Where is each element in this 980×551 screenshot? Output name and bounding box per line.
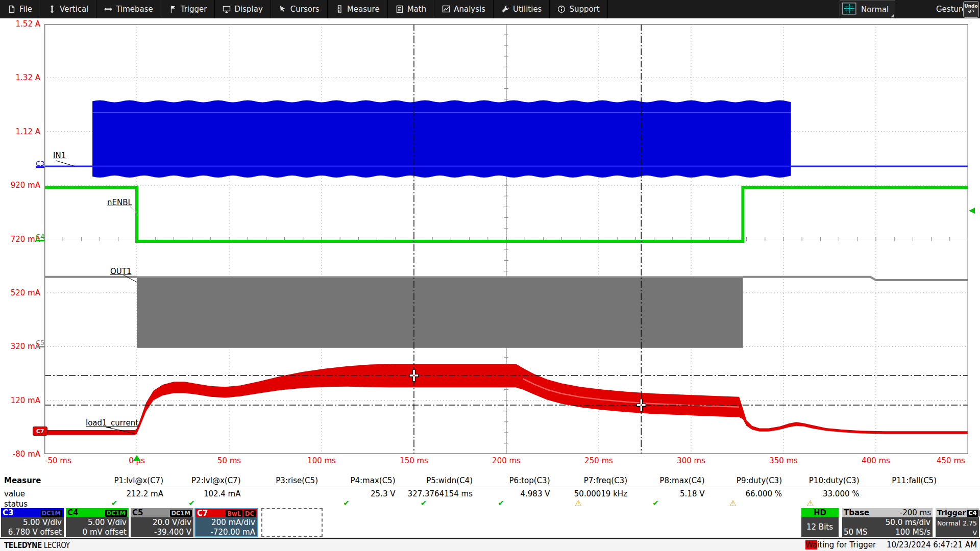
x-axis-label: 250 ms — [584, 456, 613, 465]
menu-item-math[interactable]: Math — [388, 0, 435, 18]
channel-offset: -39.400 V — [132, 528, 191, 537]
trigger-time-marker-icon[interactable] — [133, 455, 140, 461]
menu-item-label: Measure — [347, 5, 380, 14]
status-check-icon: ✔ — [76, 498, 153, 508]
menu-item-analysis[interactable]: Analysis — [434, 0, 494, 18]
channel-zero-dash-C3 — [36, 166, 44, 168]
menu-item-label: Utilities — [513, 5, 542, 14]
timebase-delay: -200 ms — [900, 508, 931, 517]
status-check-icon: ✔ — [153, 498, 231, 508]
y-axis-label: -80 mA — [0, 449, 40, 459]
channel-descriptor-C4[interactable]: C4DC1M5.00 V/div0 mV offset — [66, 508, 129, 537]
channel-descriptor-C3[interactable]: C3DC1M5.00 V/div6.780 V offset — [1, 508, 64, 537]
menu-items: FileVerticalTimebaseTriggerDisplayCursor… — [0, 0, 608, 18]
timebase-box[interactable]: Tbase -200 ms 50.0 ms/div 50 MS 100 MS/s — [842, 508, 933, 537]
file-icon — [8, 5, 16, 13]
analysis-icon — [442, 5, 450, 13]
channel-scale: 5.00 V/div — [3, 518, 62, 528]
channel-marker-C4[interactable]: C4 — [36, 233, 44, 240]
menu-item-file[interactable]: File — [0, 0, 40, 18]
vertical-icon — [48, 5, 56, 13]
timebase-rate: 100 MS/s — [895, 528, 930, 537]
y-axis-label: 720 mA — [0, 235, 40, 244]
status-check-icon: ✔ — [462, 498, 540, 508]
x-axis-label: 50 ms — [217, 456, 241, 465]
trace-label-IN1[interactable]: IN1 — [53, 151, 66, 160]
y-axis-label: 920 mA — [0, 181, 40, 190]
menu-item-label: Display — [234, 5, 262, 14]
trigger-title: Trigger — [937, 509, 966, 517]
channel-descriptor-C7[interactable]: C7BwLDC200 mA/div-720.00 mA — [194, 508, 258, 537]
menu-item-utilities[interactable]: Utilities — [494, 0, 550, 18]
x-axis-label: 400 ms — [862, 456, 890, 465]
menu-item-measure[interactable]: Measure — [328, 0, 388, 18]
menu-item-label: Timebase — [116, 5, 153, 14]
menu-item-label: Cursors — [290, 5, 320, 14]
channel-id-label: C5 — [132, 508, 143, 517]
trace-label-OUT1[interactable]: OUT1 — [110, 267, 132, 276]
channel-marker-C5[interactable]: C5 — [36, 339, 44, 346]
channel-descriptor-C5[interactable]: C5DC1M20.0 V/div-39.400 V — [131, 508, 193, 537]
channel-zero-dash-C4 — [36, 240, 44, 241]
menu-item-label: File — [19, 5, 32, 14]
timebase-scale: 50.0 ms/div — [844, 518, 930, 528]
menu-item-cursors[interactable]: Cursors — [271, 0, 328, 18]
coupling-badge: DC1M — [40, 510, 62, 517]
measure-header-P12[interactable]: P12:- - - — [937, 476, 980, 485]
menu-item-trigger[interactable]: Trigger — [161, 0, 215, 18]
menu-item-display[interactable]: Display — [215, 0, 271, 18]
brand-logo: TELEDYNE LECROY — [4, 540, 70, 550]
menu-item-support[interactable]: Support — [550, 0, 607, 18]
channel-scale: 200 mA/div — [197, 518, 255, 528]
channel-scale: 20.0 V/div — [132, 518, 191, 528]
menu-item-label: Support — [569, 5, 599, 14]
trigger-box[interactable]: Trigger C4DC Normal 2.75 V Edge Negative — [936, 508, 979, 537]
measure-value-row-label: value — [4, 489, 25, 498]
x-axis-label: 150 ms — [400, 456, 428, 465]
status-warning-icon: ⚠ — [540, 498, 617, 508]
status-check-icon: ✔ — [385, 498, 462, 508]
menu-item-label: Analysis — [454, 5, 485, 14]
status-warning-icon: ⚠ — [772, 498, 849, 508]
menu-item-label: Trigger — [181, 5, 207, 14]
display-icon — [223, 5, 231, 13]
timebase-title: Tbase — [844, 508, 869, 517]
datetime-label: 10/23/2024 6:47:21 AM — [887, 540, 977, 549]
channel-zero-dash-C5 — [36, 346, 44, 347]
trace-label-load1_current[interactable]: load1_current — [86, 418, 138, 428]
menu-item-label: Vertical — [60, 5, 88, 14]
empty-descriptor-slot[interactable] — [261, 508, 323, 537]
display-mode-button[interactable]: Normal — [840, 1, 895, 18]
brand-lecroy: LECROY — [44, 540, 70, 550]
measure-value-P2: 102.4 mA — [163, 489, 255, 498]
x-axis-label: 450 ms — [937, 456, 965, 465]
trigger-level-marker-icon[interactable] — [969, 208, 975, 214]
menu-bar: FileVerticalTimebaseTriggerDisplayCursor… — [0, 0, 980, 18]
measure-icon — [335, 5, 344, 13]
hd-label: HD — [814, 508, 826, 517]
brand-teledyne: TELEDYNE — [4, 540, 42, 550]
y-axis-label: 1.32 A — [0, 73, 40, 82]
dropdown-caret-icon — [891, 14, 894, 17]
status-check-icon: ✔ — [617, 498, 695, 508]
waveform-graticule[interactable] — [44, 24, 968, 454]
channel-id-label: C4 — [67, 508, 78, 517]
x-axis-label: -50 ms — [45, 456, 71, 465]
trigger-badges: C4DC — [966, 508, 980, 517]
grid-icon[interactable] — [842, 3, 856, 17]
menu-item-vertical[interactable]: Vertical — [40, 0, 96, 18]
gesture-label[interactable]: Gesture — [936, 0, 966, 18]
x-axis-label: 100 ms — [307, 456, 336, 465]
channel-offset: -720.00 mA — [197, 528, 255, 537]
coupling-badge: DC — [243, 510, 256, 517]
trace-label-nENBL[interactable]: nENBL — [107, 198, 132, 207]
acquisition-box[interactable]: HD 12 Bits — [801, 508, 839, 537]
timebase-points: 50 MS — [844, 528, 867, 537]
timebase-icon — [104, 5, 112, 13]
undo-button[interactable]: Undo ↶ — [963, 1, 979, 18]
channel-marker-C7[interactable]: C7 — [33, 427, 47, 436]
channel-scale: 5.00 V/div — [67, 518, 127, 528]
menu-item-timebase[interactable]: Timebase — [96, 0, 161, 18]
trigger-status-rest: iting for Trigger — [817, 540, 876, 549]
trigger-status: Waiting for Trigger — [805, 540, 876, 549]
